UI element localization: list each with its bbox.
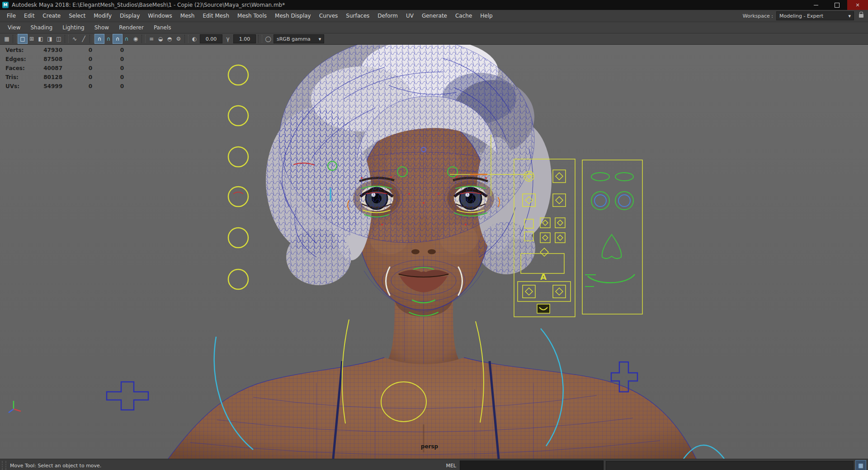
hud-row-uvs: UVs: 54999 0 0	[5, 82, 124, 91]
menu-help[interactable]: Help	[476, 10, 496, 22]
menu-mesh[interactable]: Mesh	[176, 10, 199, 22]
mel-toggle-button[interactable]: MEL	[442, 463, 460, 469]
rig-panel-letter: A	[540, 272, 547, 282]
workspace-lock-icon[interactable]	[859, 14, 863, 18]
perspective-viewport[interactable]: A	[0, 45, 868, 459]
script-editor-icon[interactable]: ▦	[855, 460, 866, 470]
close-icon: ✕	[855, 2, 859, 8]
panel-toolbar: ▦ □ ⊞ ◧ ◨ ◫ ∿ ╱ ∩ ∩ ∩ ∩ ◉ ≡ ◒ ◓ ⚙ ◐ γ ◯ …	[0, 33, 868, 45]
hud-total: 47930	[37, 47, 62, 53]
hud-col2: 0	[62, 65, 92, 71]
snap-to-viewplane-icon[interactable]: ∩	[122, 34, 131, 43]
axis-gizmo	[9, 401, 21, 413]
toolbar-separator[interactable]	[142, 35, 146, 43]
hud-col3: 0	[92, 65, 124, 71]
two-pane-side-layout-icon[interactable]: ◧	[36, 34, 45, 43]
menu-cache[interactable]: Cache	[451, 10, 476, 22]
panel-menu-view[interactable]: View	[3, 22, 25, 33]
menu-file[interactable]: File	[3, 10, 20, 22]
make-live-icon[interactable]: ◉	[131, 34, 140, 43]
hud-col3: 0	[92, 47, 124, 53]
minimize-button[interactable]	[806, 0, 826, 10]
helpline-grip[interactable]	[2, 461, 6, 470]
menu-modify[interactable]: Modify	[90, 10, 116, 22]
hud-label: Faces:	[5, 65, 37, 71]
snap-to-curves-icon[interactable]: ∩	[104, 34, 113, 43]
hud-row-faces: Faces: 40087 0 0	[5, 64, 124, 73]
main-menu-bar: File Edit Create Select Modify Display W…	[0, 10, 868, 22]
menu-create[interactable]: Create	[38, 10, 65, 22]
render-view-icon[interactable]: ◒	[156, 34, 165, 43]
panel-menu-panels[interactable]: Panels	[149, 22, 176, 33]
poly-count-hud: Verts: 47930 0 0 Edges: 87508 0 0 Faces:…	[5, 46, 124, 91]
hud-row-edges: Edges: 87508 0 0	[5, 55, 124, 64]
render-settings-icon[interactable]: ⚙	[174, 34, 183, 43]
ipr-render-icon[interactable]: ◓	[165, 34, 174, 43]
gamma-field[interactable]	[233, 34, 256, 43]
exposure-field[interactable]	[200, 34, 222, 43]
hud-label: UVs:	[5, 83, 37, 89]
panel-menu-lighting[interactable]: Lighting	[57, 22, 90, 33]
menu-display[interactable]: Display	[116, 10, 144, 22]
viewport-canvas[interactable]: A	[0, 45, 868, 459]
menu-mesh-tools[interactable]: Mesh Tools	[233, 10, 271, 22]
left-plus-control[interactable]	[107, 382, 148, 410]
panel-menu-shading[interactable]: Shading	[25, 22, 57, 33]
chevron-down-icon: ▾	[848, 13, 851, 19]
panel-menu-show[interactable]: Show	[90, 22, 114, 33]
outliner-persp-layout-icon[interactable]: ◫	[54, 34, 63, 43]
snap-to-grid-icon[interactable]: ∩	[95, 34, 104, 43]
four-pane-layout-icon[interactable]: ⊞	[27, 34, 36, 43]
menu-uv[interactable]: UV	[402, 10, 418, 22]
hud-col2: 0	[62, 83, 92, 89]
menu-edit-mesh[interactable]: Edit Mesh	[198, 10, 233, 22]
toolbar-separator[interactable]	[13, 35, 17, 43]
hud-col3: 0	[92, 83, 124, 89]
hud-col2: 0	[62, 74, 92, 80]
hud-col2: 0	[62, 47, 92, 53]
snap-to-points-icon[interactable]: ∩	[113, 34, 122, 43]
two-pane-stacked-layout-icon[interactable]: ◨	[45, 34, 54, 43]
rig-circle-column[interactable]	[228, 65, 248, 289]
mel-command-input[interactable]	[460, 461, 604, 470]
camera-name-label: persp	[0, 443, 859, 450]
hud-row-verts: Verts: 47930 0 0	[5, 46, 124, 55]
toolbar-separator[interactable]	[90, 35, 94, 43]
hud-total: 80128	[37, 74, 62, 80]
menu-curves[interactable]: Curves	[315, 10, 342, 22]
exposure-icon[interactable]: ◐	[190, 34, 199, 43]
hud-total: 87508	[37, 56, 62, 62]
workspace-dropdown[interactable]: Modeling - Expert ▾	[776, 11, 854, 20]
curve-edit-icon[interactable]: ∿	[70, 34, 79, 43]
menu-edit[interactable]: Edit	[20, 10, 38, 22]
menu-surfaces[interactable]: Surfaces	[342, 10, 373, 22]
rig-panel-face-curves[interactable]	[582, 160, 642, 314]
mel-result-field[interactable]	[606, 461, 854, 470]
pencil-tool-icon[interactable]: ╱	[79, 34, 88, 43]
window-controls: ✕	[806, 0, 868, 10]
menu-windows[interactable]: Windows	[144, 10, 176, 22]
close-button[interactable]: ✕	[847, 0, 868, 10]
panel-menu-renderer[interactable]: Renderer	[114, 22, 149, 33]
toolbar-separator[interactable]	[258, 35, 262, 43]
hud-row-tris: Tris: 80128 0 0	[5, 73, 124, 82]
gamma-icon[interactable]: γ	[223, 34, 232, 43]
toolbar-separator[interactable]	[65, 35, 69, 43]
construction-history-icon[interactable]: ≡	[147, 34, 156, 43]
menu-deform[interactable]: Deform	[373, 10, 402, 22]
menu-mesh-display[interactable]: Mesh Display	[271, 10, 315, 22]
maximize-button[interactable]	[826, 0, 847, 10]
layout-presets-icon[interactable]: ▦	[2, 34, 11, 43]
minimize-icon	[814, 5, 818, 5]
bottom-bar: Move Tool: Select an object to move. MEL…	[0, 459, 868, 470]
menu-generate[interactable]: Generate	[418, 10, 451, 22]
colorspace-icon[interactable]: ◯	[264, 34, 273, 43]
workspace-label: Workspace :	[743, 13, 773, 19]
toolbar-separator[interactable]	[184, 35, 189, 43]
menu-select[interactable]: Select	[65, 10, 90, 22]
colorspace-dropdown[interactable]: sRGB gamma ▾	[274, 34, 324, 43]
single-pane-layout-icon[interactable]: □	[18, 34, 27, 43]
title-bar: M Autodesk Maya 2018: E:\ElegantMesh_Stu…	[0, 0, 868, 10]
window-title: Autodesk Maya 2018: E:\ElegantMesh_Studi…	[12, 2, 285, 8]
hud-total: 54999	[37, 83, 62, 89]
